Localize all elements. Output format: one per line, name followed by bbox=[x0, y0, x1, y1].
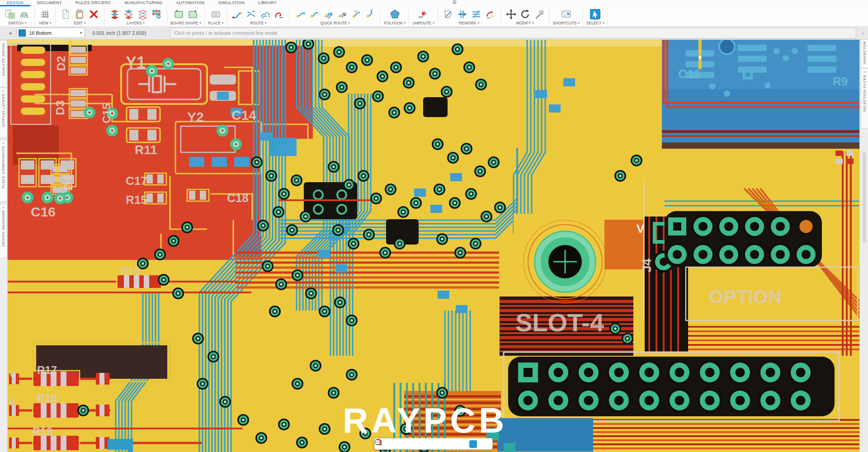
rework-arc-icon[interactable] bbox=[483, 8, 497, 21]
quick-route-auto-icon[interactable] bbox=[293, 8, 307, 21]
stop-icon[interactable] bbox=[458, 440, 466, 448]
toolbar-group-label[interactable]: EDIT▾ bbox=[74, 21, 86, 26]
left-tab-analyze-signal[interactable]: ANALYZE SIGNAL bbox=[0, 40, 7, 87]
wrench-icon[interactable] bbox=[532, 8, 546, 21]
select-cursor-icon[interactable] bbox=[588, 8, 602, 21]
toolbar-group-modify: MODIFY▾ bbox=[501, 6, 550, 26]
left-tab-place-components[interactable]: »PLACE COMPONENTS bbox=[0, 140, 7, 202]
toolbar-group-label[interactable]: ROUTE▾ bbox=[250, 21, 266, 26]
right-tab-label: SELECTION FILTER bbox=[863, 75, 867, 112]
board-outline-icon[interactable] bbox=[172, 8, 186, 21]
gear-icon[interactable]: ⚙ bbox=[452, 0, 457, 5]
shortcuts-panel-icon[interactable] bbox=[559, 8, 573, 21]
layer-stack-blue-icon[interactable] bbox=[122, 8, 136, 21]
zoom-out-icon[interactable] bbox=[424, 440, 432, 448]
toolbar-group-label-text: MODIFY bbox=[516, 21, 531, 25]
delete-icon[interactable] bbox=[87, 8, 101, 21]
pcb-silkscreen-label: R11 bbox=[135, 143, 157, 157]
toolbar-group-label[interactable]: QUICK ROUTE▾ bbox=[321, 21, 350, 26]
quick-route-via-icon[interactable] bbox=[349, 8, 363, 21]
menu-tab-manufacturing[interactable]: MANUFACTURING bbox=[118, 0, 170, 6]
expand-chevron-icon[interactable]: » bbox=[9, 30, 12, 36]
board-curve-icon[interactable] bbox=[186, 8, 200, 21]
eye-icon[interactable] bbox=[390, 440, 398, 448]
rework-polygon-icon[interactable] bbox=[441, 8, 455, 21]
pcb-silkscreen-label: R19 bbox=[33, 425, 52, 438]
rework-fanout-icon[interactable] bbox=[455, 8, 469, 21]
status-row: » 16 Bottom ▾ 0.001 inch (1.807 2.659) C… bbox=[0, 26, 868, 40]
move-icon[interactable] bbox=[504, 8, 518, 21]
toolbar-group-label[interactable]: BOARD SHAPE▾ bbox=[170, 21, 201, 26]
layer-stack-red-icon[interactable] bbox=[108, 8, 122, 21]
vertical-scrollbar[interactable] bbox=[863, 152, 866, 243]
toolbar-group-label[interactable]: UNROUTE▾ bbox=[412, 21, 434, 26]
quick-route-diff-icon[interactable] bbox=[335, 8, 349, 21]
toolbar-group-label[interactable]: VIEW▾ bbox=[38, 21, 51, 26]
toolbar-group-select: SELECT▾ bbox=[583, 6, 608, 26]
switch-board-icon[interactable] bbox=[17, 8, 31, 21]
zoom-in-icon[interactable] bbox=[413, 440, 420, 448]
left-tab-design-manager[interactable]: »DESIGN MANAGER bbox=[0, 204, 7, 258]
toolbar-group-edit: EDIT▾ bbox=[56, 6, 104, 26]
right-tab-inspector[interactable]: INSPECTOR bbox=[861, 39, 868, 68]
zoom-window-icon[interactable] bbox=[401, 440, 409, 448]
toolbar-group-label[interactable]: PLACE▾ bbox=[208, 21, 223, 26]
toolbar-group-label[interactable]: REWORK▾ bbox=[459, 21, 479, 26]
left-tab-display-layers[interactable]: »DISPLAY LAYERS bbox=[0, 87, 7, 138]
route-manual-icon[interactable] bbox=[230, 8, 244, 21]
toolbar-group-board-shape: BOARD SHAPE▾ bbox=[167, 6, 205, 26]
command-line-input[interactable]: Click or press / to activate command lin… bbox=[170, 28, 856, 38]
grid-toggle-icon[interactable] bbox=[435, 440, 443, 448]
place-component-icon[interactable] bbox=[209, 8, 223, 21]
copy-document-icon[interactable] bbox=[59, 8, 73, 21]
route-multi-icon[interactable] bbox=[258, 8, 272, 21]
pcb-silkscreen-label: R16 bbox=[120, 264, 140, 277]
toolbar-group-label[interactable]: MODIFY▾ bbox=[516, 21, 534, 26]
pcb-silkscreen-label: Y1 bbox=[126, 53, 146, 72]
menu-tab-document[interactable]: DOCUMENT bbox=[30, 0, 69, 6]
route-differential-icon[interactable] bbox=[244, 8, 258, 21]
origin-crosshair-icon[interactable] bbox=[447, 440, 454, 448]
toolbar-group-shortcuts: SHORTCUTS▾ bbox=[550, 6, 583, 26]
grid-icon[interactable] bbox=[38, 8, 52, 21]
menu-tab-library[interactable]: LIBRARY bbox=[251, 0, 283, 6]
airwires-icon[interactable] bbox=[469, 440, 477, 448]
paste-icon[interactable] bbox=[73, 8, 87, 21]
rework-meander-icon[interactable] bbox=[469, 8, 483, 21]
quick-route-single-icon[interactable] bbox=[307, 8, 321, 21]
pcb-canvas[interactable]: Y1Y2C14R11C17R15C18C16D2D3D4C15R16R17R18… bbox=[7, 39, 860, 452]
layer-display-icon[interactable] bbox=[481, 440, 488, 448]
right-tab-selection-filter[interactable]: «SELECTION FILTER bbox=[861, 68, 868, 129]
layer-stack-outline-icon[interactable] bbox=[136, 8, 150, 21]
menu-tab-rules-drc-erc[interactable]: RULES DRC/ERC bbox=[69, 0, 118, 6]
menu-tab-simulation[interactable]: SIMULATION bbox=[212, 0, 251, 6]
layer-setup-icon[interactable] bbox=[150, 8, 164, 21]
pcb-silkscreen-label: C17 bbox=[126, 174, 147, 188]
toolbar-group-unroute: UNROUTE▾ bbox=[409, 6, 438, 26]
pcb-silkscreen-label: C16 bbox=[31, 204, 56, 219]
left-tab-label: DISPLAY LAYERS bbox=[1, 94, 5, 127]
layer-select[interactable]: 16 Bottom ▾ bbox=[16, 28, 85, 38]
route-spiral-icon[interactable] bbox=[272, 8, 286, 21]
toolbar-group-label-text: SHORTCUTS bbox=[553, 21, 577, 25]
left-tab-label: PLACE COMPONENTS bbox=[1, 146, 5, 188]
toolbar-group-label[interactable]: SHORTCUTS▾ bbox=[553, 21, 580, 26]
pcb-silkscreen-label: V bbox=[9, 369, 15, 379]
chevron-down-icon: ▾ bbox=[404, 21, 406, 25]
menu-tab-automation[interactable]: AUTOMATION bbox=[170, 0, 212, 6]
toolbar-group-label[interactable]: SWITCH▾ bbox=[8, 21, 26, 26]
unroute-icon[interactable] bbox=[416, 8, 430, 21]
status-row-chevron-icon[interactable]: ⌄ bbox=[861, 30, 865, 35]
toolbar-group-quick-route: QUICK ROUTE▾ bbox=[290, 6, 381, 26]
switch-document-icon[interactable] bbox=[3, 8, 17, 21]
polygon-icon[interactable] bbox=[388, 8, 402, 21]
rotate-icon[interactable] bbox=[518, 8, 532, 21]
quick-route-finish-icon[interactable] bbox=[363, 8, 377, 21]
toolbar-group-label[interactable]: SELECT▾ bbox=[586, 21, 604, 26]
toolbar-group-label[interactable]: POLYGON▾ bbox=[384, 21, 406, 26]
chevron-down-icon: ▾ bbox=[578, 21, 580, 25]
menu-bar: DESIGNDOCUMENTRULES DRC/ERCMANUFACTURING… bbox=[0, 0, 868, 6]
menu-tab-design[interactable]: DESIGN bbox=[0, 0, 30, 6]
toolbar-group-label[interactable]: LAYERS▾ bbox=[127, 21, 144, 26]
quick-route-bus-icon[interactable] bbox=[321, 8, 335, 21]
